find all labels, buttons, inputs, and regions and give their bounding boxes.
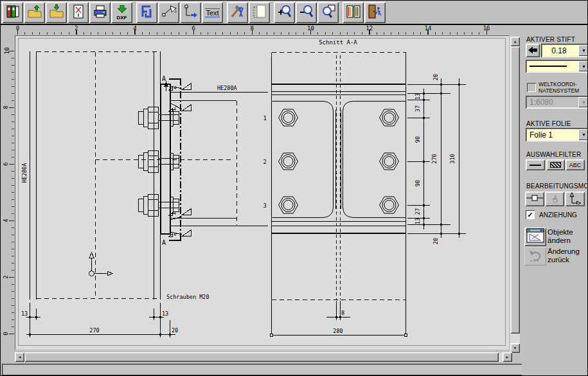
svg-text:13: 13 xyxy=(414,93,421,100)
svg-text:13: 13 xyxy=(414,218,421,224)
layer-section-label: AKTIVE FOLIE xyxy=(526,120,571,127)
folder-save-icon xyxy=(49,4,64,22)
catalog-book-icon xyxy=(346,4,361,22)
zoom-out-button[interactable] xyxy=(296,2,317,23)
chevron-down-icon[interactable]: ▼ xyxy=(578,45,588,56)
chevron-down-icon[interactable]: ▼ xyxy=(578,61,588,71)
undo-change-button[interactable] xyxy=(524,247,546,265)
dimension-button[interactable] xyxy=(180,2,201,23)
undo-icon xyxy=(528,248,543,265)
page-setup-button[interactable] xyxy=(249,2,270,23)
dxf-export-button[interactable]: DXF xyxy=(111,2,132,23)
zoom-in-icon xyxy=(277,4,292,22)
svg-text:90: 90 xyxy=(414,180,421,186)
scroll-right-button[interactable]: ► xyxy=(503,352,512,362)
scroll-down-button[interactable]: ▼ xyxy=(510,343,520,353)
zoom-out-icon xyxy=(299,4,314,22)
svg-text:4: 4 xyxy=(174,232,176,237)
printer-icon xyxy=(93,4,108,22)
wcs-checkbox[interactable] xyxy=(527,83,536,92)
svg-text:A: A xyxy=(162,239,166,246)
scroll-left-button[interactable]: ◄ xyxy=(15,352,24,362)
svg-text:8: 8 xyxy=(341,310,344,316)
column-label: HE280A xyxy=(21,163,28,183)
scale-value: 1:6080 xyxy=(526,96,577,109)
filter-lines-button[interactable] xyxy=(526,159,545,170)
binder-button[interactable] xyxy=(2,2,23,23)
mode-select-button[interactable]: ☝ xyxy=(545,192,564,206)
dimension-tool-icon xyxy=(183,4,199,22)
svg-text:280: 280 xyxy=(333,328,343,334)
horizontal-scrollbar[interactable]: ◄ ► xyxy=(15,352,512,362)
toolbar: DXF Text xyxy=(1,1,588,25)
filter-text-button[interactable]: ABC xyxy=(566,159,585,170)
open-button[interactable] xyxy=(24,2,45,23)
scroll-up-button[interactable]: ▲ xyxy=(510,37,520,46)
section-view xyxy=(271,53,467,337)
svg-text:27: 27 xyxy=(414,208,421,215)
svg-text:13: 13 xyxy=(162,310,168,317)
segment-icon xyxy=(526,193,543,205)
text-button[interactable]: Text xyxy=(202,2,223,23)
page-marks-icon xyxy=(71,4,86,22)
drawing-canvas[interactable]: Schnitt A-A HE280A HE280A Schrauben M20 … xyxy=(15,35,509,350)
hatch-filter-icon xyxy=(550,162,561,168)
draw-line-button[interactable] xyxy=(158,2,179,23)
svg-text:20: 20 xyxy=(172,327,178,334)
svg-text:A: A xyxy=(162,75,166,82)
svg-text:4: 4 xyxy=(174,107,176,112)
origin-marker xyxy=(89,253,113,276)
svg-text:310: 310 xyxy=(449,154,456,163)
chevron-down-icon[interactable]: ▼ xyxy=(578,129,588,140)
snap-checkbox[interactable]: ✓ xyxy=(526,210,535,219)
beam-label: HE280A xyxy=(217,85,237,91)
arrow-left-icon xyxy=(528,45,538,57)
svg-text:1: 1 xyxy=(263,115,267,121)
layer-dropdown[interactable]: Folie 1 ▼ xyxy=(526,128,588,141)
plot-manager-button[interactable] xyxy=(67,2,89,23)
page-frame-icon xyxy=(252,4,267,22)
zoom-window-icon xyxy=(321,4,336,22)
svg-text:4: 4 xyxy=(174,211,176,216)
catalog-button[interactable] xyxy=(343,2,364,23)
dxf-label: DXF xyxy=(117,15,127,21)
save-button[interactable] xyxy=(46,2,67,23)
svg-text:3: 3 xyxy=(263,202,267,209)
line-filter-icon xyxy=(530,165,541,166)
vertical-scrollbar[interactable]: ▲ ▼ xyxy=(510,37,520,353)
svg-text:20: 20 xyxy=(432,74,439,80)
binder-icon xyxy=(5,4,21,22)
svg-text:13: 13 xyxy=(21,310,28,317)
section-dimensions xyxy=(271,78,467,337)
modify-objects-icon xyxy=(526,228,544,246)
undo-change-label: Änderung zurück xyxy=(548,247,587,264)
pen-width-dropdown[interactable]: 0.18 ▼ xyxy=(541,44,588,57)
svg-text:270: 270 xyxy=(431,154,438,163)
line-style-dropdown[interactable]: ▼ xyxy=(526,60,588,73)
svg-text:37: 37 xyxy=(414,105,421,112)
exit-button[interactable] xyxy=(364,2,386,23)
scale-dropdown[interactable]: 1:6080 ▼ xyxy=(526,96,588,109)
zoom-in-button[interactable] xyxy=(274,2,295,23)
cad-application-window: { "window": { "background": "#c0c0c0", "… xyxy=(0,0,588,376)
tools-icon xyxy=(230,4,245,22)
vertical-scroll-thumb[interactable] xyxy=(510,46,520,334)
wcs-label: WELTKOORDI-NATENSYSTEM xyxy=(539,81,579,94)
filter-hatch-button[interactable] xyxy=(546,159,565,170)
horizontal-scroll-thumb[interactable] xyxy=(24,352,499,362)
pen-section-label: AKTIVER STIFT xyxy=(526,36,575,43)
symbol-library-button[interactable] xyxy=(136,2,157,23)
previous-pen-button[interactable] xyxy=(526,44,540,57)
svg-text:270: 270 xyxy=(89,327,99,334)
zoom-window-button[interactable] xyxy=(317,2,339,23)
settings-tools-button[interactable] xyxy=(227,2,248,23)
modes-section-label: BEARBEITUNGSMODI xyxy=(526,183,588,190)
exit-door-icon xyxy=(368,4,383,22)
snap-label: ANZIEHUNG xyxy=(539,211,577,219)
mode-segment-button[interactable] xyxy=(525,192,544,206)
modify-objects-button[interactable] xyxy=(524,228,546,246)
print-button[interactable] xyxy=(89,2,111,23)
left-view-dimensions xyxy=(26,303,175,337)
hand-icon: ☝ xyxy=(550,193,558,205)
mode-coordinates-button[interactable] xyxy=(565,192,585,206)
